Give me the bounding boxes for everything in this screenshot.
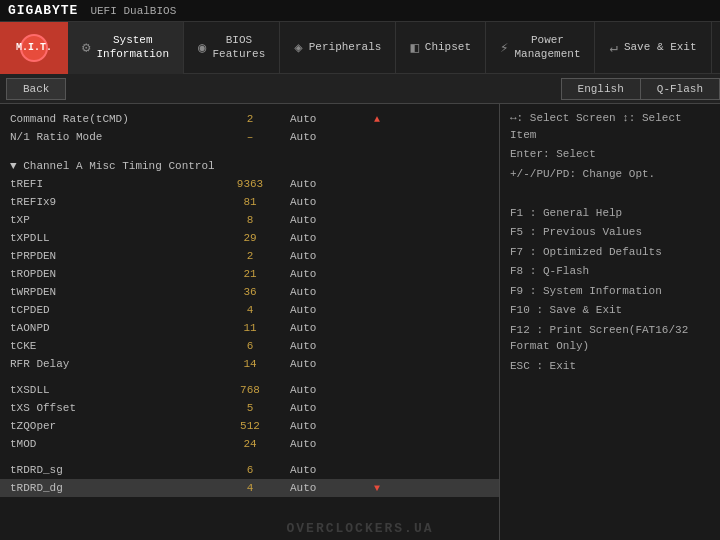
setting-name: tMOD <box>10 438 210 450</box>
setting-value: 4 <box>210 482 290 494</box>
help-line: ↔: Select Screen ↕: Select Item <box>510 110 710 143</box>
separator-row <box>0 373 499 381</box>
setting-value: 4 <box>210 304 290 316</box>
setting-mode: Auto <box>290 232 370 244</box>
nav-bios-features[interactable]: ◉ BIOSFeatures <box>184 22 280 74</box>
setting-value: 81 <box>210 196 290 208</box>
setting-row[interactable]: tREFIx981Auto <box>0 193 499 211</box>
setting-value: 512 <box>210 420 290 432</box>
bios-icon: ◉ <box>198 39 206 56</box>
setting-row[interactable]: tRDRD_dg4Auto▼ <box>0 479 499 497</box>
qflash-button[interactable]: Q-Flash <box>640 78 720 100</box>
setting-mode: Auto <box>290 384 370 396</box>
setting-value: 2 <box>210 250 290 262</box>
setting-mode: Auto <box>290 340 370 352</box>
nav-bios-label: BIOSFeatures <box>213 34 266 60</box>
setting-mode: Auto <box>290 113 370 125</box>
setting-mode: Auto <box>290 482 370 494</box>
nav-save-label: Save & Exit <box>624 41 697 54</box>
chipset-icon: ◧ <box>410 39 418 56</box>
setting-name: tRDRD_dg <box>10 482 210 494</box>
nav-power-label: PowerManagement <box>514 34 580 60</box>
setting-mode: Auto <box>290 322 370 334</box>
back-button[interactable]: Back <box>6 78 66 100</box>
setting-mode: Auto <box>290 402 370 414</box>
help-line: F7 : Optimized Defaults <box>510 244 710 261</box>
help-line: F8 : Q-Flash <box>510 263 710 280</box>
setting-mode: Auto <box>290 131 370 143</box>
navbar: M.I.T. ⚙ SystemInformation ◉ BIOSFeature… <box>0 22 720 74</box>
setting-row[interactable]: Command Rate(tCMD)2Auto▲ <box>0 110 499 128</box>
nav-chipset-label: Chipset <box>425 41 471 54</box>
setting-value: – <box>210 131 290 143</box>
scroll-down-indicator: ▼ <box>374 483 380 494</box>
setting-name: tWRPDEN <box>10 286 210 298</box>
separator-row <box>0 453 499 461</box>
setting-name: tPRPDEN <box>10 250 210 262</box>
help-line: F10 : Save & Exit <box>510 302 710 319</box>
setting-value: 768 <box>210 384 290 396</box>
setting-name: Command Rate(tCMD) <box>10 113 210 125</box>
setting-value: 11 <box>210 322 290 334</box>
setting-value: 2 <box>210 113 290 125</box>
setting-name: tROPDEN <box>10 268 210 280</box>
nav-save-exit[interactable]: ↵ Save & Exit <box>595 22 711 74</box>
mit-icon: M.I.T. <box>20 34 48 62</box>
setting-row[interactable]: RFR Delay14Auto <box>0 355 499 373</box>
setting-name: tXP <box>10 214 210 226</box>
nav-chipset[interactable]: ◧ Chipset <box>396 22 486 74</box>
section-header: ▼ Channel A Misc Timing Control <box>0 154 499 175</box>
setting-mode: Auto <box>290 196 370 208</box>
setting-row[interactable]: tZQOper512Auto <box>0 417 499 435</box>
setting-name: tRDRD_sg <box>10 464 210 476</box>
mit-label: M.I.T. <box>16 42 52 53</box>
setting-row[interactable]: tWRPDEN36Auto <box>0 283 499 301</box>
setting-row[interactable]: tXS Offset5Auto <box>0 399 499 417</box>
nav-power-management[interactable]: ⚡ PowerManagement <box>486 22 595 74</box>
setting-row[interactable]: tPRPDEN2Auto <box>0 247 499 265</box>
setting-value: 9363 <box>210 178 290 190</box>
setting-row[interactable]: tRDRD_sg6Auto <box>0 461 499 479</box>
topbar: GIGABYTE UEFI DualBIOS <box>0 0 720 22</box>
setting-mode: Auto <box>290 214 370 226</box>
setting-row[interactable]: N/1 Ratio Mode–Auto <box>0 128 499 146</box>
setting-name: N/1 Ratio Mode <box>10 131 210 143</box>
setting-name: tZQOper <box>10 420 210 432</box>
separator-row <box>0 146 499 154</box>
setting-row[interactable]: tCKE6Auto <box>0 337 499 355</box>
setting-row[interactable]: tMOD24Auto <box>0 435 499 453</box>
help-line <box>510 185 710 202</box>
setting-row[interactable]: tXPDLL29Auto <box>0 229 499 247</box>
power-icon: ⚡ <box>500 39 508 56</box>
setting-row[interactable]: tXSDLL768Auto <box>0 381 499 399</box>
nav-system-label: SystemInformation <box>96 34 169 60</box>
setting-mode: Auto <box>290 438 370 450</box>
scroll-up-indicator: ▲ <box>374 114 380 125</box>
setting-row[interactable]: tROPDEN21Auto <box>0 265 499 283</box>
setting-row[interactable]: tREFI9363Auto <box>0 175 499 193</box>
language-button[interactable]: English <box>561 78 640 100</box>
help-line: +/-/PU/PD: Change Opt. <box>510 166 710 183</box>
setting-name: tXS Offset <box>10 402 210 414</box>
mit-tab[interactable]: M.I.T. <box>0 22 68 74</box>
help-line: F12 : Print Screen(FAT16/32 Format Only) <box>510 322 710 355</box>
setting-mode: Auto <box>290 250 370 262</box>
brand-logo: GIGABYTE <box>8 3 78 18</box>
setting-mode: Auto <box>290 464 370 476</box>
help-line: F9 : System Information <box>510 283 710 300</box>
setting-value: 24 <box>210 438 290 450</box>
nav-peripherals[interactable]: ◈ Peripherals <box>280 22 396 74</box>
setting-mode: Auto <box>290 420 370 432</box>
setting-value: 6 <box>210 464 290 476</box>
settings-panel: Command Rate(tCMD)2Auto▲N/1 Ratio Mode–A… <box>0 104 500 540</box>
setting-name: tXSDLL <box>10 384 210 396</box>
setting-mode: Auto <box>290 286 370 298</box>
setting-row[interactable]: tXP8Auto <box>0 211 499 229</box>
setting-row[interactable]: tCPDED4Auto <box>0 301 499 319</box>
nav-system-information[interactable]: ⚙ SystemInformation <box>68 22 184 74</box>
help-line: ESC : Exit <box>510 358 710 375</box>
toolbar: Back English Q-Flash <box>0 74 720 104</box>
setting-name: RFR Delay <box>10 358 210 370</box>
setting-row[interactable]: tAONPD11Auto <box>0 319 499 337</box>
setting-mode: Auto <box>290 268 370 280</box>
